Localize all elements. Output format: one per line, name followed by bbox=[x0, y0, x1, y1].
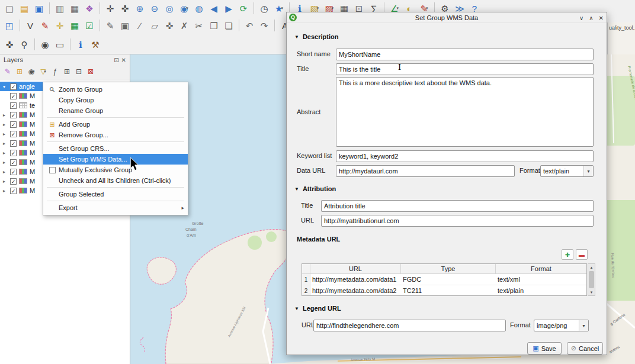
layer-checkbox[interactable]: ✓ bbox=[10, 169, 17, 175]
cut-features[interactable]: ✂ bbox=[192, 18, 206, 33]
section-legend-url[interactable]: ▼ Legend URL bbox=[294, 305, 341, 312]
pin-unpin-labels[interactable]: ⚲ bbox=[17, 37, 31, 51]
undo[interactable]: ↶ bbox=[242, 18, 256, 33]
data-url-format-select[interactable]: text/plain ▾ bbox=[540, 165, 594, 177]
refresh-map[interactable]: ⟳ bbox=[236, 1, 251, 15]
layer-checkbox[interactable]: ✓ bbox=[10, 112, 17, 118]
dialog-expand-icon[interactable]: ∧ bbox=[589, 15, 593, 21]
zoom-to-layer[interactable]: ◍ bbox=[192, 1, 206, 15]
zoom-in[interactable]: ⊕ bbox=[133, 1, 147, 15]
open-layer-styling-panel[interactable]: ✎ bbox=[2, 66, 13, 77]
processing-tools-wrench[interactable]: ⚒ bbox=[88, 37, 102, 51]
tree-caret-icon[interactable]: ▸ bbox=[3, 150, 10, 156]
tree-caret-icon[interactable]: ▸ bbox=[3, 160, 10, 165]
short-name-input[interactable] bbox=[336, 49, 594, 60]
filter-legend[interactable]: ▽▾ bbox=[38, 66, 49, 77]
keyword-list-input[interactable] bbox=[336, 150, 594, 162]
add-group-button[interactable]: ⊞ bbox=[14, 66, 25, 77]
cancel-button[interactable]: ⊘ Cancel bbox=[567, 342, 603, 355]
attribution-url-input[interactable] bbox=[321, 215, 594, 227]
vertex-tool[interactable]: V bbox=[23, 18, 37, 33]
chevron-down-icon[interactable]: ▼ bbox=[294, 186, 299, 192]
new-print-layout[interactable]: ▥ bbox=[53, 1, 67, 15]
menu-item[interactable]: Uncheck and All its Children (Ctrl-click… bbox=[43, 175, 188, 186]
digitize-with-pen[interactable]: ✎ bbox=[38, 18, 52, 33]
collapse-all[interactable]: ⊟ bbox=[73, 66, 84, 77]
section-description[interactable]: ▼ Description bbox=[294, 33, 338, 40]
save-layer-edits[interactable]: ▣ bbox=[118, 18, 132, 33]
menu-item[interactable]: Copy Group bbox=[43, 95, 188, 105]
legend-url-input[interactable] bbox=[313, 320, 506, 331]
save-project[interactable]: ▣ bbox=[32, 1, 46, 15]
scrollbar-thumb[interactable] bbox=[589, 271, 594, 288]
metadata-table-row[interactable]: 2http://mymetadata.com/data2TC211text/pl… bbox=[302, 285, 586, 296]
legend-format-select[interactable]: image/png ▾ bbox=[534, 320, 589, 331]
tree-caret-icon[interactable]: ▸ bbox=[3, 131, 10, 137]
checkbox-box[interactable] bbox=[49, 167, 56, 173]
layer-checkbox[interactable]: ✓ bbox=[10, 140, 17, 147]
style-manager[interactable]: ❖ bbox=[82, 1, 97, 15]
layer-checkbox[interactable]: ✓ bbox=[10, 131, 17, 137]
open-data-source-manager[interactable]: ◰ bbox=[2, 18, 17, 33]
toggle-editing[interactable]: ✎ bbox=[103, 18, 117, 33]
new-spatial-bookmark[interactable]: ★▾ bbox=[272, 1, 286, 15]
data-url-input[interactable] bbox=[336, 165, 515, 177]
dialog-close-icon[interactable]: ✕ bbox=[599, 15, 604, 21]
metadata-table-row[interactable]: 1http://mymetadata.com/data1FGDCtext/xml bbox=[302, 274, 586, 285]
scroll-up-icon[interactable]: ▲ bbox=[590, 264, 594, 270]
chevron-down-icon[interactable]: ▾ bbox=[583, 166, 593, 176]
snapping-options[interactable]: ✛ bbox=[53, 18, 67, 33]
paste-features[interactable]: ❏ bbox=[222, 18, 236, 33]
dialog-titlebar[interactable]: Q Set Group WMS Data ∨ ∧ ✕ bbox=[287, 12, 607, 23]
open-project[interactable]: ▤ bbox=[17, 1, 31, 15]
temporal-controller[interactable]: ◷ bbox=[257, 1, 271, 15]
zoom-next[interactable]: ▶ bbox=[222, 1, 236, 15]
menu-item[interactable]: Group Selected bbox=[43, 189, 188, 199]
manage-map-themes[interactable]: ◉▾ bbox=[26, 66, 37, 77]
add-metadata-row-button[interactable]: ✚ bbox=[562, 249, 573, 260]
panel-float-button[interactable]: ⊡ bbox=[114, 57, 118, 63]
zoom-full-extent[interactable]: ◎ bbox=[162, 1, 177, 15]
digitize-line[interactable]: ∕ bbox=[133, 18, 147, 33]
menu-item[interactable]: ⚲Zoom to Group bbox=[43, 84, 188, 95]
pan-to-selection[interactable]: ✜ bbox=[118, 1, 132, 15]
save-button[interactable]: ▣ Save bbox=[527, 342, 562, 355]
tree-caret-icon[interactable]: ▸ bbox=[3, 122, 10, 127]
tree-caret-icon[interactable]: ▸ bbox=[3, 179, 10, 184]
dialog-collapse-icon[interactable]: ∨ bbox=[579, 15, 583, 21]
show-layout-manager[interactable]: ▦ bbox=[68, 1, 82, 15]
chevron-down-icon[interactable]: ▼ bbox=[294, 34, 299, 40]
layer-checkbox[interactable]: ✓ bbox=[10, 178, 17, 185]
layer-checkbox[interactable]: ✓ bbox=[10, 93, 17, 99]
abstract-textarea[interactable]: This is a more descriptive text aboout t… bbox=[336, 77, 594, 147]
menu-item[interactable]: ⊞Add Group bbox=[43, 119, 188, 130]
menu-item[interactable]: Export▸ bbox=[43, 202, 188, 213]
delete-selected[interactable]: ✗ bbox=[177, 18, 191, 33]
tree-caret-icon[interactable]: ▸ bbox=[3, 112, 10, 118]
menu-item[interactable]: Set Group WMS Data... bbox=[43, 154, 188, 165]
move-feature[interactable]: ✜ bbox=[162, 18, 177, 33]
add-polygon-feature[interactable]: ▱ bbox=[147, 18, 162, 33]
zoom-last[interactable]: ◀ bbox=[207, 1, 221, 15]
menu-item[interactable]: Rename Group bbox=[43, 105, 188, 116]
menu-item[interactable]: Mutually Exclusive Group bbox=[43, 165, 188, 175]
menu-item[interactable]: Set Group CRS... bbox=[43, 143, 188, 154]
layer-checkbox[interactable]: ✓ bbox=[10, 121, 17, 128]
remove-layer-group[interactable]: ⊠ bbox=[85, 66, 96, 77]
expand-all[interactable]: ⊞ bbox=[62, 66, 72, 77]
remove-metadata-row-button[interactable]: ▬ bbox=[576, 249, 588, 260]
redo[interactable]: ↷ bbox=[257, 18, 271, 33]
layer-checkbox[interactable]: ✓ bbox=[10, 150, 17, 156]
metadata-table[interactable]: URL Type Format 1http://mymetadata.com/d… bbox=[302, 263, 587, 296]
copy-features[interactable]: ❐ bbox=[207, 18, 221, 33]
new-project[interactable]: ▢ bbox=[2, 1, 17, 15]
highlight-pinned-labels[interactable]: ◉ bbox=[38, 37, 52, 51]
panel-close-button[interactable]: ✕ bbox=[121, 57, 126, 63]
layer-checkbox[interactable]: ✓ bbox=[10, 188, 17, 194]
check-geometries[interactable]: ☑ bbox=[82, 18, 97, 33]
metadata-table-scrollbar[interactable]: ▲ ▼ bbox=[588, 263, 595, 296]
menu-item[interactable]: ⊠Remove Group... bbox=[43, 130, 188, 140]
filter-by-expression[interactable]: ƒ bbox=[50, 66, 60, 77]
layer-checkbox[interactable]: ✓ bbox=[10, 159, 17, 166]
chevron-down-icon[interactable]: ▾ bbox=[579, 320, 588, 331]
